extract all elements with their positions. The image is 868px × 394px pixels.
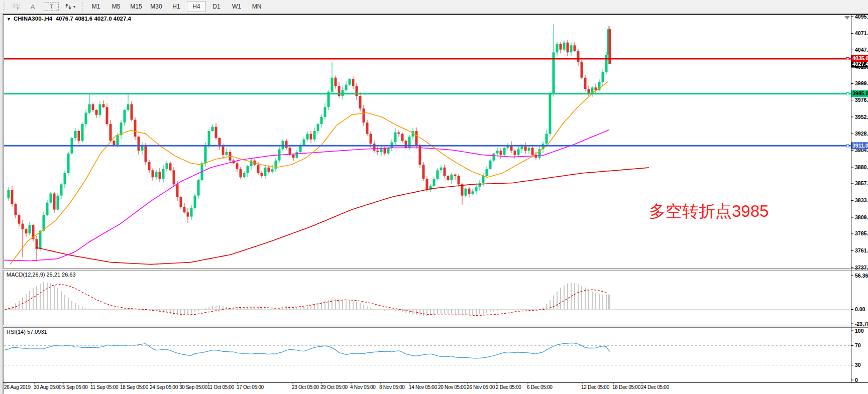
svg-text:23 Oct 05:00: 23 Oct 05:00 [292,384,319,390]
timeframe-group: M1M5M15M30H1H4D1W1MN [86,1,266,12]
svg-text:4071.0: 4071.0 [855,30,868,36]
svg-text:5 Sep 05:00: 5 Sep 05:00 [62,384,88,390]
timeframe-h4[interactable]: H4 [187,1,206,12]
svg-text:30 Sep 05:00: 30 Sep 05:00 [179,384,208,390]
grid-f-button[interactable]: F [9,1,24,12]
svg-text:3833.0: 3833.0 [855,197,868,203]
svg-text:20 Nov 05:00: 20 Nov 05:00 [438,384,467,390]
svg-text:3880.5: 3880.5 [855,164,868,170]
svg-text:3952.0: 3952.0 [855,114,868,120]
svg-text:0.00: 0.00 [855,306,865,312]
svg-text:11 Oct 05:00: 11 Oct 05:00 [207,384,235,390]
svg-text:3737.5: 3737.5 [855,265,868,271]
mt4-chart-window: F A T ▾ M1M5M15M30H1H4D1W1MN 4095.04071.… [0,0,868,394]
timeframe-d1[interactable]: D1 [207,1,226,12]
svg-text:26 Aug 2019: 26 Aug 2019 [4,384,31,390]
double-arrow-icon [65,3,72,10]
svg-text:24 Dec 05:00: 24 Dec 05:00 [641,384,670,390]
timeframe-w1[interactable]: W1 [227,1,246,12]
svg-text:18 Sep 05:00: 18 Sep 05:00 [120,384,149,390]
svg-text:26 Nov 05:00: 26 Nov 05:00 [467,384,495,390]
svg-text:12 Dec 05:00: 12 Dec 05:00 [581,384,610,390]
svg-text:3761.5: 3761.5 [855,247,868,253]
timeframe-m15[interactable]: M15 [127,1,146,12]
svg-text:-23.78: -23.78 [855,321,868,327]
font-button[interactable]: A [25,1,40,12]
symbol-ohlc: 4076.7 4081.6 4027.0 4027.4 [56,16,131,22]
svg-text:24 Sep 05:00: 24 Sep 05:00 [150,384,178,390]
hline-handle[interactable] [846,145,849,147]
symbol-name: CHINA300-,H4 [14,16,52,22]
svg-text:3857.0: 3857.0 [855,180,868,186]
timeframe-h1[interactable]: H1 [167,1,186,12]
svg-text:4047.5: 4047.5 [855,47,868,53]
macd-label: MACD(12,26,9) 25.21 26.63 [7,272,76,278]
hline-handle[interactable] [846,57,849,60]
svg-text:3985.0: 3985.0 [852,90,868,96]
svg-text:3785.5: 3785.5 [855,230,868,236]
cursor-tool-button[interactable]: ▾ [62,1,78,12]
rsi-label: RSI(14) 57.0931 [7,329,47,335]
svg-text:11 Sep 05:00: 11 Sep 05:00 [90,384,119,390]
grid-f-icon: F [12,3,21,11]
time-axis: 26 Aug 201930 Aug 05:005 Sep 05:0011 Sep… [4,383,670,390]
svg-text:3928.0: 3928.0 [855,130,868,137]
toolbar-grip-2[interactable] [81,2,83,12]
toolbar-grip[interactable] [3,2,6,12]
dropdown-caret-icon: ▾ [73,5,75,9]
svg-text:4035.0: 4035.0 [852,55,868,61]
svg-text:29 Oct 05:00: 29 Oct 05:00 [320,384,348,390]
timeframe-m30[interactable]: M30 [147,1,166,12]
svg-text:2 Dec 05:00: 2 Dec 05:00 [496,384,521,390]
timeframe-mn[interactable]: MN [247,1,266,12]
svg-text:70: 70 [855,342,861,348]
svg-text:18 Dec 05:00: 18 Dec 05:00 [612,384,641,390]
text-label-button[interactable]: T [44,2,59,11]
svg-text:6 Dec 05:00: 6 Dec 05:00 [527,384,553,390]
svg-text:F: F [17,7,20,11]
symbol-dropdown-icon[interactable]: ▼ [7,17,11,22]
svg-text:30: 30 [855,362,861,368]
svg-text:3976.0: 3976.0 [855,97,868,103]
hline-handle[interactable] [846,92,849,95]
toolbar: F A T ▾ M1M5M15M30H1H4D1W1MN [0,0,868,14]
svg-text:14 Nov 05:00: 14 Nov 05:00 [409,384,438,390]
symbol-header[interactable]: ▼CHINA300-,H4 4076.7 4081.6 4027.0 4027.… [7,16,131,22]
svg-text:56.36: 56.36 [855,273,868,279]
text-annotation[interactable]: 多空转折点3985 [649,200,769,223]
svg-text:3911.0: 3911.0 [852,143,868,149]
timeframe-m5[interactable]: M5 [106,1,126,12]
svg-text:3999.5: 3999.5 [855,80,868,86]
svg-text:8 Nov 05:00: 8 Nov 05:00 [379,384,405,390]
svg-text:3809.0: 3809.0 [855,214,868,220]
svg-text:4095.0: 4095.0 [855,14,868,20]
svg-text:0: 0 [855,377,858,383]
svg-text:30 Aug 05:00: 30 Aug 05:00 [34,384,62,390]
timeframe-m1[interactable]: M1 [86,1,105,12]
svg-text:100: 100 [855,328,864,334]
svg-text:17 Oct 05:00: 17 Oct 05:00 [237,384,264,390]
svg-text:4 Nov 05:00: 4 Nov 05:00 [350,384,376,390]
